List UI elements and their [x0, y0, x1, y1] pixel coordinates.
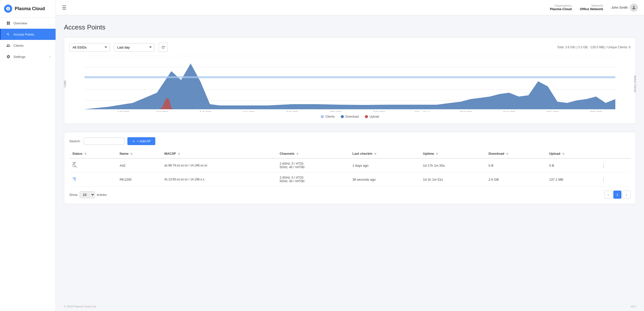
chart-wrapper: Traffic Active Clients 7.2 MBit/s 5.4 MB…: [69, 56, 631, 112]
clients-icon: [6, 43, 11, 48]
content-area: Access Points All SSIDs SSID 1 SSID 2 La…: [56, 15, 644, 302]
overview-icon: [6, 21, 11, 26]
chart-stats: Total: 3.6 GB (↑3.3 GB, ↑235.0 MB) / Uni…: [557, 45, 631, 49]
row-mac-ip-2: 4c:13:65:xx:xx:xx / 14.198.x.x: [161, 173, 277, 186]
row-channels-1: 2.4GHz: 5 / HT205GHz: 40 / VHT80: [277, 158, 349, 173]
legend-upload: Upload: [365, 115, 379, 118]
row-menu-1: ⋮: [596, 158, 631, 173]
col-uptime[interactable]: Uptime ⇅: [420, 149, 485, 158]
col-download[interactable]: Download ⇅: [485, 149, 546, 158]
table-row: RK1200 4c:13:65:xx:xx:xx / 14.198.x.x 2.…: [69, 173, 631, 186]
svg-text:16:00: 16:00: [243, 111, 255, 112]
svg-text:12:00: 12:00: [156, 111, 168, 112]
search-input[interactable]: [84, 137, 124, 145]
organisations-value[interactable]: Plasma Cloud: [550, 7, 572, 11]
header-right: Organisations Plasma Cloud Networks Offi…: [550, 4, 638, 12]
sidebar: Plasma Cloud Overview Access Points Clie…: [0, 0, 56, 311]
col-status[interactable]: Status ⇅: [69, 149, 116, 158]
copyright: © 2019 Plasma Cloud Ltd: [64, 305, 96, 308]
organisations-label: Organisations: [554, 4, 572, 7]
table-row: A42 ac:86:74:xx:xx:xx / 14.198.xx.xx 2.4…: [69, 158, 631, 173]
add-ap-button[interactable]: + Add AP: [127, 137, 155, 145]
legend-clients-label: Clients: [325, 115, 335, 118]
col-name[interactable]: Name ⇅: [116, 149, 161, 158]
networks-group: Networks Office Network: [580, 4, 603, 11]
col-last-checkin[interactable]: Last checkin ⇅: [349, 149, 420, 158]
svg-text:22:00: 22:00: [373, 111, 385, 112]
row-name-1: A42: [116, 158, 161, 173]
svg-rect-2: [7, 23, 8, 25]
table-header-row: Status ⇅ Name ⇅ MAC/IP ⇅ Channels ⇅ Last…: [69, 149, 631, 158]
add-ap-label: + Add AP: [137, 139, 151, 143]
sidebar-nav: Overview Access Points Clients Settings …: [0, 18, 56, 62]
show-entries-select[interactable]: 10 25 50 100: [80, 191, 95, 198]
sidebar-logo: Plasma Cloud: [0, 0, 56, 18]
sidebar-item-overview[interactable]: Overview: [0, 18, 56, 29]
row-channels-2: 2.4GHz: 5 / HT205GHz: 40 / VHT80: [277, 173, 349, 186]
sidebar-item-settings[interactable]: Settings ›: [0, 51, 56, 62]
prev-page-button[interactable]: ‹: [604, 191, 612, 199]
row-upload-1: 0 B: [546, 158, 596, 173]
row-menu-2: ⋮: [596, 173, 631, 186]
legend-clients: Clients: [321, 115, 335, 118]
svg-marker-15: [84, 64, 615, 109]
sidebar-item-access-points[interactable]: Access Points: [0, 29, 56, 40]
svg-marker-18: [84, 76, 615, 77]
legend-download-dot: [341, 115, 344, 118]
svg-text:18:00: 18:00: [286, 111, 298, 112]
row-menu-button-2[interactable]: ⋮: [599, 176, 608, 183]
app-logo-icon: [4, 5, 12, 13]
version: v0.2: [631, 305, 636, 308]
col-actions: [596, 149, 631, 158]
row-menu-button-1[interactable]: ⋮: [599, 162, 608, 169]
row-status-offline: [69, 158, 116, 173]
svg-rect-0: [7, 22, 8, 23]
row-last-checkin-2: 38 seconds ago: [349, 173, 420, 186]
refresh-button[interactable]: [159, 43, 168, 52]
page-1-button[interactable]: 1: [613, 191, 621, 199]
col-upload[interactable]: Upload ⇅: [546, 149, 596, 158]
col-channels[interactable]: Channels ⇅: [277, 149, 349, 158]
svg-text:10:00: 10:00: [117, 111, 129, 112]
page-title: Access Points: [64, 23, 636, 31]
chevron-right-icon: ›: [50, 55, 50, 58]
legend-upload-label: Upload: [369, 115, 379, 118]
svg-text:08:00: 08:00: [590, 111, 602, 112]
col-mac-ip[interactable]: MAC/IP ⇅: [161, 149, 277, 158]
table-section: Search: + Add AP Status ⇅ Name ⇅ MAC/IP …: [64, 132, 636, 204]
main-area: ☰ Organisations Plasma Cloud Networks Of…: [56, 0, 644, 311]
app-name: Plasma Cloud: [15, 6, 45, 11]
row-download-2: 2.6 GB: [485, 173, 546, 186]
legend-download-label: Download: [345, 115, 359, 118]
user-name: John Smith: [611, 6, 628, 9]
svg-text:14:00: 14:00: [199, 111, 211, 112]
time-select[interactable]: Last day Last week Last month: [114, 43, 155, 52]
y-axis-traffic-label: Traffic: [63, 80, 66, 88]
svg-text:02:00: 02:00: [460, 111, 472, 112]
chart-section: All SSIDs SSID 1 SSID 2 Last day Last we…: [64, 37, 636, 124]
row-status-online: [69, 173, 116, 186]
row-download-1: 0 B: [485, 158, 546, 173]
row-upload-2: 137.1 MB: [546, 173, 596, 186]
next-page-button[interactable]: ›: [622, 191, 631, 199]
row-mac-ip-1: ac:86:74:xx:xx:xx / 14.198.xx.xx: [161, 158, 277, 173]
row-uptime-1: 1d 17h 1m 55s: [420, 158, 485, 173]
svg-text:20:00: 20:00: [329, 111, 342, 112]
sidebar-item-label-settings: Settings: [13, 55, 25, 59]
legend-clients-dot: [321, 115, 324, 118]
networks-value[interactable]: Office Network: [580, 7, 603, 11]
user-section[interactable]: John Smith: [611, 4, 638, 12]
chart-controls: All SSIDs SSID 1 SSID 2 Last day Last we…: [69, 43, 631, 52]
access-points-icon: [6, 32, 11, 37]
user-avatar: [630, 4, 638, 12]
svg-rect-1: [9, 22, 10, 23]
sidebar-item-clients[interactable]: Clients: [0, 40, 56, 51]
table-controls: Search: + Add AP: [69, 137, 631, 145]
header: ☰ Organisations Plasma Cloud Networks Of…: [56, 0, 644, 15]
row-name-2: RK1200: [116, 173, 161, 186]
chart-svg: 7.2 MBit/s 5.4 MBit/s 3.6 MBit/s 1.8 MBi…: [84, 56, 615, 112]
hamburger-menu-button[interactable]: ☰: [62, 5, 66, 11]
search-label: Search:: [69, 139, 81, 143]
ssid-select[interactable]: All SSIDs SSID 1 SSID 2: [69, 43, 110, 52]
sidebar-item-label-overview: Overview: [13, 21, 27, 25]
